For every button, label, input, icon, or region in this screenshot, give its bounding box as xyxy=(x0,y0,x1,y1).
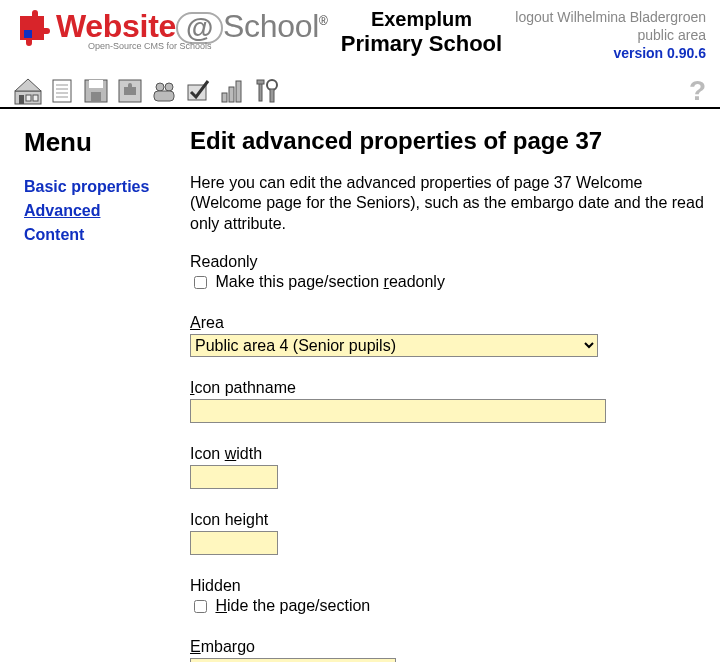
sidebar-item-advanced[interactable]: Advanced xyxy=(24,202,186,220)
menu-heading: Menu xyxy=(24,127,186,158)
content: Edit advanced properties of page 37 Here… xyxy=(186,109,720,662)
svg-rect-18 xyxy=(222,93,227,102)
logo-school: School xyxy=(223,8,319,44)
puzzle-icon xyxy=(14,10,56,50)
hidden-text-post: ide the page/section xyxy=(227,597,370,614)
logo-website: Website xyxy=(56,8,176,44)
svg-point-14 xyxy=(156,83,164,91)
hidden-label: Hidden xyxy=(190,577,706,595)
logo: Website@School® Open-Source CMS for Scho… xyxy=(14,8,328,51)
icon-width-label-u: w xyxy=(225,445,237,462)
users-icon[interactable] xyxy=(150,77,178,105)
svg-rect-2 xyxy=(19,95,24,104)
icon-width-label-post: idth xyxy=(236,445,262,462)
svg-rect-20 xyxy=(236,81,241,102)
icon-height-label-pre: Icon hei xyxy=(190,511,246,528)
svg-point-15 xyxy=(165,83,173,91)
top-right: logout Wilhelmina Bladergroen public are… xyxy=(515,8,706,63)
stats-icon[interactable] xyxy=(218,77,246,105)
svg-rect-24 xyxy=(270,89,274,102)
svg-rect-11 xyxy=(89,80,103,88)
modules-icon[interactable] xyxy=(116,77,144,105)
area-label-u: A xyxy=(190,314,201,331)
hidden-checkbox[interactable] xyxy=(194,600,207,613)
icon-path-input[interactable] xyxy=(190,399,606,423)
icon-path-group: Icon pathname xyxy=(190,379,706,423)
icon-width-group: Icon width xyxy=(190,445,706,489)
svg-rect-22 xyxy=(257,80,264,84)
readonly-label: Readonly xyxy=(190,253,706,271)
icon-height-input[interactable] xyxy=(190,531,278,555)
area-label-post: rea xyxy=(201,314,224,331)
logo-registered: ® xyxy=(319,14,328,28)
svg-rect-12 xyxy=(91,92,101,102)
tools-icon[interactable] xyxy=(252,77,280,105)
svg-rect-19 xyxy=(229,87,234,102)
svg-rect-3 xyxy=(26,95,31,101)
icon-height-label-u: g xyxy=(246,511,255,528)
svg-rect-5 xyxy=(53,80,71,102)
icon-width-label-pre: Icon xyxy=(190,445,225,462)
logout-link[interactable]: logout Wilhelmina Bladergroen xyxy=(515,8,706,26)
school-title: Exemplum Primary School xyxy=(328,8,516,57)
school-line2: Primary School xyxy=(328,31,516,57)
svg-rect-4 xyxy=(33,95,38,101)
sidebar: Menu Basic properties Advanced Content xyxy=(0,109,186,662)
check-icon[interactable] xyxy=(184,77,212,105)
hidden-text-u: H xyxy=(215,597,227,614)
hidden-group: Hidden Hide the page/section xyxy=(190,577,706,616)
help-icon[interactable]: ? xyxy=(689,75,706,107)
save-icon[interactable] xyxy=(82,77,110,105)
icon-width-input[interactable] xyxy=(190,465,278,489)
page-heading: Edit advanced properties of page 37 xyxy=(190,127,706,155)
version-text: version 0.90.6 xyxy=(515,44,706,62)
sidebar-item-content[interactable]: Content xyxy=(24,226,186,244)
icon-height-label-post: ht xyxy=(255,511,268,528)
embargo-input[interactable] xyxy=(190,658,396,662)
readonly-group: Readonly Make this page/section readonly xyxy=(190,253,706,292)
icon-path-label-post: con pathname xyxy=(194,379,295,396)
area-select[interactable]: Public area 4 (Senior pupils) xyxy=(190,334,598,357)
svg-rect-16 xyxy=(154,91,174,101)
embargo-label-u: E xyxy=(190,638,201,655)
header: Website@School® Open-Source CMS for Scho… xyxy=(0,0,720,67)
svg-marker-1 xyxy=(15,79,41,91)
home-icon[interactable] xyxy=(14,77,42,105)
readonly-text-pre: Make this page/section xyxy=(215,273,383,290)
logo-at: @ xyxy=(176,12,223,44)
area-group: Area Public area 4 (Senior pupils) xyxy=(190,314,706,357)
document-icon[interactable] xyxy=(48,77,76,105)
readonly-checkbox[interactable] xyxy=(194,276,207,289)
area-link[interactable]: public area xyxy=(515,26,706,44)
toolbar: ? xyxy=(0,75,720,109)
readonly-text-post: eadonly xyxy=(389,273,445,290)
school-line1: Exemplum xyxy=(328,8,516,31)
sidebar-item-basic[interactable]: Basic properties xyxy=(24,178,186,196)
embargo-group: Embargo xyxy=(190,638,706,662)
intro-text: Here you can edit the advanced propertie… xyxy=(190,173,706,235)
embargo-label-post: mbargo xyxy=(201,638,255,655)
icon-height-group: Icon height xyxy=(190,511,706,555)
main: Menu Basic properties Advanced Content E… xyxy=(0,109,720,662)
